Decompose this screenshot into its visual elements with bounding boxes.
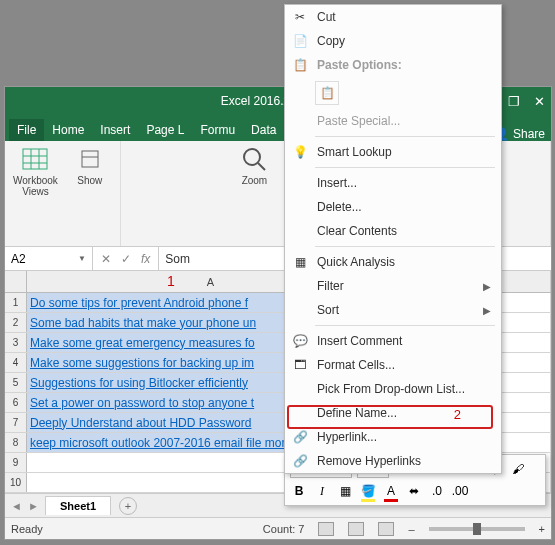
scissors-icon: ✂ (291, 8, 309, 26)
quick-analysis-icon: ▦ (291, 253, 309, 271)
status-bar: Ready Count: 7 – + (5, 517, 551, 539)
cm-cut[interactable]: ✂ Cut (285, 5, 501, 29)
restore-button[interactable]: ❐ (508, 94, 520, 109)
tab-insert[interactable]: Insert (92, 119, 138, 141)
row-header[interactable]: 5 (5, 373, 27, 392)
cm-delete[interactable]: Delete... (285, 195, 501, 219)
select-all-corner[interactable] (5, 271, 27, 292)
svg-rect-0 (23, 149, 47, 169)
row-header[interactable]: 8 (5, 433, 27, 452)
sheet-prev-icon[interactable]: ◄ (11, 500, 22, 512)
fill-color-icon[interactable]: 🪣 (359, 482, 377, 500)
row-header[interactable]: 3 (5, 333, 27, 352)
view-normal-button[interactable] (318, 522, 334, 536)
sheet-next-icon[interactable]: ► (28, 500, 39, 512)
cm-copy[interactable]: 📄 Copy (285, 29, 501, 53)
svg-line-8 (258, 163, 265, 170)
format-painter-icon[interactable]: 🖌 (509, 460, 527, 478)
grid-icon (21, 145, 49, 173)
tab-page-layout[interactable]: Page L (138, 119, 192, 141)
borders-icon[interactable]: ▦ (336, 482, 354, 500)
merge-center-icon[interactable]: ⬌ (405, 482, 423, 500)
format-icon: 🗔 (291, 356, 309, 374)
cancel-formula-icon[interactable]: ✕ (101, 252, 111, 266)
callout-2: 2 (454, 407, 461, 422)
cm-format-cells[interactable]: 🗔 Format Cells... (285, 353, 501, 377)
tab-data[interactable]: Data (243, 119, 284, 141)
row-header[interactable]: 10 (5, 473, 27, 492)
zoom-out-button[interactable]: – (408, 523, 414, 535)
comment-icon: 💬 (291, 332, 309, 350)
tab-home[interactable]: Home (44, 119, 92, 141)
row-header[interactable]: 1 (5, 293, 27, 312)
callout-1: 1 (167, 273, 175, 289)
zoom-icon (240, 145, 268, 173)
copy-icon: 📄 (291, 32, 309, 50)
status-ready: Ready (11, 523, 43, 535)
link-icon: 🔗 (291, 428, 309, 446)
italic-button[interactable]: I (313, 482, 331, 500)
cm-insert-comment[interactable]: 💬 Insert Comment (285, 329, 501, 353)
zoom-button[interactable]: Zoom (232, 145, 276, 197)
row-header[interactable]: 4 (5, 353, 27, 372)
cm-smart-lookup[interactable]: 💡 Smart Lookup (285, 140, 501, 164)
cm-quick-analysis[interactable]: ▦ Quick Analysis (285, 250, 501, 274)
row-header[interactable]: 7 (5, 413, 27, 432)
sheet-tab-1[interactable]: Sheet1 (45, 496, 111, 515)
zoom-in-button[interactable]: + (539, 523, 545, 535)
show-button[interactable]: Show (68, 145, 112, 197)
row-header[interactable]: 6 (5, 393, 27, 412)
row-header[interactable]: 9 (5, 453, 27, 472)
tab-formulas[interactable]: Formu (192, 119, 243, 141)
status-count: Count: 7 (263, 523, 305, 535)
share-button[interactable]: 👤 Share (494, 127, 551, 141)
cm-define-name[interactable]: Define Name... (285, 401, 501, 425)
clipboard-icon: 📋 (291, 56, 309, 74)
cm-filter[interactable]: Filter▶ (285, 274, 501, 298)
view-layout-button[interactable] (348, 522, 364, 536)
add-sheet-button[interactable]: + (119, 497, 137, 515)
chevron-right-icon: ▶ (483, 305, 491, 316)
close-button[interactable]: ✕ (534, 94, 545, 109)
chevron-right-icon: ▶ (483, 281, 491, 292)
bold-button[interactable]: B (290, 482, 308, 500)
cm-insert[interactable]: Insert... (285, 171, 501, 195)
increase-decimal-icon[interactable]: .00 (451, 482, 469, 500)
cm-sort[interactable]: Sort▶ (285, 298, 501, 322)
lightbulb-icon: 💡 (291, 143, 309, 161)
zoom-slider[interactable] (429, 527, 525, 531)
cm-clear-contents[interactable]: Clear Contents (285, 219, 501, 243)
decrease-decimal-icon[interactable]: .0 (428, 482, 446, 500)
workbook-views-button[interactable]: Workbook Views (13, 145, 58, 197)
context-menu: ✂ Cut 📄 Copy 📋 Paste Options: 📋 Paste Sp… (284, 4, 502, 474)
cm-paste-special: Paste Special... (285, 109, 501, 133)
remove-link-icon: 🔗 (291, 452, 309, 470)
cm-hyperlink[interactable]: 🔗 Hyperlink... (285, 425, 501, 449)
show-icon (76, 145, 104, 173)
tab-file[interactable]: File (9, 119, 44, 141)
row-header[interactable]: 2 (5, 313, 27, 332)
view-break-button[interactable] (378, 522, 394, 536)
svg-rect-5 (82, 151, 98, 167)
svg-point-7 (244, 149, 260, 165)
accept-formula-icon[interactable]: ✓ (121, 252, 131, 266)
fx-icon[interactable]: fx (141, 252, 150, 266)
name-box[interactable]: A2▼ (5, 247, 93, 270)
cm-remove-hyperlinks[interactable]: 🔗 Remove Hyperlinks (285, 449, 501, 473)
cm-paste-options-header: 📋 Paste Options: (285, 53, 501, 77)
cm-pick-dropdown[interactable]: Pick From Drop-down List... (285, 377, 501, 401)
paste-icon: 📋 (315, 81, 339, 105)
font-color-icon[interactable]: A (382, 482, 400, 500)
